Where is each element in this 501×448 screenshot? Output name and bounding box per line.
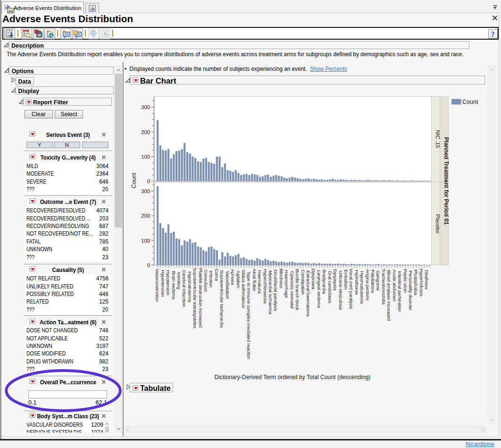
svg-text:Supraventricular tachycardia: Supraventricular tachycardia <box>219 270 225 328</box>
svg-text:AE: AE <box>8 9 14 13</box>
svg-text:Brain oedema: Brain oedema <box>171 271 176 300</box>
svg-text:Oral candidiasis: Oral candidiasis <box>327 271 333 304</box>
svg-text:Blindness: Blindness <box>279 269 284 288</box>
svg-text:Hyperchloraemia: Hyperchloraemia <box>263 269 268 304</box>
svg-text:100: 100 <box>141 154 150 160</box>
svg-text:Personality disorder: Personality disorder <box>408 270 413 311</box>
svg-text:Vasoconstriction: Vasoconstriction <box>155 269 160 302</box>
svg-text:Cerebral infarction: Cerebral infarction <box>182 270 187 307</box>
svg-text:Type III immune complex mediat: Type III immune complex mediated reactio… <box>246 271 251 359</box>
svg-text:0: 0 <box>147 262 150 268</box>
svg-text:Dyspepsia: Dyspepsia <box>333 269 338 291</box>
svg-text:Haemorrhage: Haemorrhage <box>284 270 289 298</box>
svg-text:Cyanosis neonatal: Cyanosis neonatal <box>290 271 295 308</box>
svg-text:Oculofacial paralysis: Oculofacial paralysis <box>273 270 278 311</box>
svg-text:Deafness: Deafness <box>424 270 429 289</box>
svg-text:Acute abdomen: Acute abdomen <box>392 270 397 302</box>
svg-text:Vasodilatation: Vasodilatation <box>225 271 230 299</box>
svg-text:Haematuria: Haematuria <box>257 270 262 294</box>
svg-text:Count: Count <box>462 99 478 105</box>
svg-text:Angina pectoris: Angina pectoris <box>365 269 370 300</box>
svg-text:Hydrothorax: Hydrothorax <box>354 270 359 295</box>
svg-text:200: 200 <box>141 213 150 219</box>
svg-text:Placebo: Placebo <box>435 214 441 234</box>
svg-text:Tracheobronchitis: Tracheobronchitis <box>381 269 386 304</box>
svg-text:200: 200 <box>141 129 150 135</box>
svg-text:Hyponatraemia: Hyponatraemia <box>187 271 192 303</box>
svg-text:Intestinal perforation: Intestinal perforation <box>397 271 402 312</box>
svg-text:Status asthmaticus: Status asthmaticus <box>241 270 246 308</box>
svg-text:100: 100 <box>141 238 150 244</box>
svg-text:Dyspnoea: Dyspnoea <box>311 269 316 289</box>
svg-text:Vocal cord paralysis: Vocal cord paralysis <box>349 269 354 309</box>
svg-text:Hypertension: Hypertension <box>160 270 166 297</box>
svg-text:Hyperhidrosis: Hyperhidrosis <box>419 269 424 296</box>
svg-text:Bradycardia: Bradycardia <box>322 270 327 294</box>
svg-text:Extradural haematoma: Extradural haematoma <box>306 270 311 317</box>
svg-text:Blood amylase increased: Blood amylase increased <box>386 270 392 321</box>
svg-text:Bundle branch block: Bundle branch block <box>295 269 300 310</box>
svg-text:Platelet destruction increased: Platelet destruction increased <box>198 268 203 328</box>
svg-text:Convulsion: Convulsion <box>203 270 209 292</box>
svg-text:Urticaria vesiculosa: Urticaria vesiculosa <box>338 270 343 310</box>
svg-text:Count: Count <box>131 172 137 188</box>
svg-text:Palpitations: Palpitations <box>370 270 376 293</box>
svg-text:Hypercalcaemia: Hypercalcaemia <box>359 271 365 304</box>
svg-text:300: 300 <box>141 188 150 194</box>
svg-text:Planned Treatment for Period 0: Planned Treatment for Period 01 <box>443 137 450 225</box>
svg-text:Atrial flutter: Atrial flutter <box>252 269 257 292</box>
svg-text:Apnoea: Apnoea <box>230 269 235 285</box>
svg-text:Laryngeal oedema: Laryngeal oedema <box>317 270 322 308</box>
svg-text:NIC .15: NIC .15 <box>435 130 441 148</box>
svg-text:Vomiting: Vomiting <box>176 272 182 289</box>
svg-text:Hypotension: Hypotension <box>166 270 171 296</box>
svg-text:0: 0 <box>147 178 150 184</box>
svg-text:Constipation: Constipation <box>301 270 306 295</box>
svg-text:Myocardial ischaemia: Myocardial ischaemia <box>268 270 273 314</box>
svg-text:Infection: Infection <box>209 270 214 287</box>
svg-text:Peptic ulcer: Peptic ulcer <box>403 269 408 293</box>
svg-text:Agitation: Agitation <box>236 270 241 288</box>
svg-text:Supraventricular extrasystoles: Supraventricular extrasystoles <box>192 268 198 329</box>
svg-text:Embolism: Embolism <box>343 270 349 289</box>
svg-text:Coma: Coma <box>214 269 219 281</box>
svg-text:Gangrene: Gangrene <box>376 270 381 291</box>
svg-text:Dictionary-Derived Term ordere: Dictionary-Derived Term ordered by Total… <box>215 374 371 380</box>
svg-text:300: 300 <box>141 104 150 110</box>
svg-text:Photophobia: Photophobia <box>413 270 418 296</box>
